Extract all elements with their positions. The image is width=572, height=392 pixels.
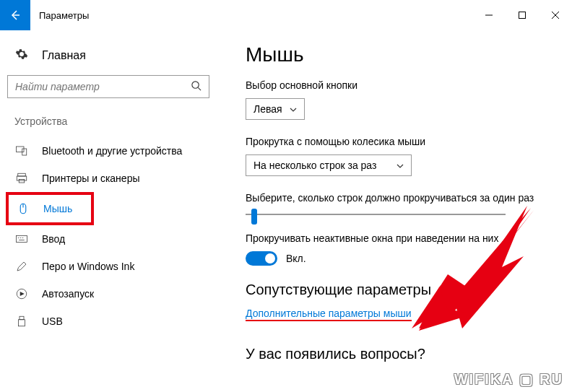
minimize-button[interactable] [472, 4, 506, 27]
mouse-icon [16, 202, 30, 215]
chevron-down-icon [290, 105, 297, 113]
sidebar-item-label: Bluetooth и другие устройства [42, 145, 182, 157]
svg-rect-13 [17, 236, 27, 243]
sidebar-item-label: Автозапуск [42, 288, 94, 300]
chevron-down-icon [396, 162, 404, 170]
sidebar-item-label: Ввод [42, 233, 65, 245]
page-title: Мышь [246, 43, 555, 66]
printer-icon [14, 172, 29, 185]
sidebar-item-mouse[interactable]: Мышь [9, 195, 91, 222]
keyboard-icon [14, 232, 29, 245]
sidebar-item-bluetooth[interactable]: Bluetooth и другие устройства [7, 137, 209, 165]
svg-rect-19 [20, 316, 24, 320]
svg-rect-8 [18, 173, 26, 176]
svg-rect-9 [17, 176, 27, 180]
inactive-scroll-toggle[interactable] [246, 251, 277, 266]
main-panel: Мышь Выбор основной кнопки Левая Прокрут… [217, 38, 572, 371]
feedback-heading: У вас появились вопросы? [246, 346, 555, 362]
scroll-wheel-select[interactable]: На несколько строк за раз [246, 154, 412, 176]
maximize-button[interactable] [506, 4, 539, 27]
gear-icon [14, 48, 29, 64]
primary-button-value: Левая [254, 103, 282, 115]
lines-label: Выберите, сколько строк должно прокручив… [246, 192, 555, 204]
back-button[interactable] [0, 0, 30, 30]
scroll-wheel-value: На несколько строк за раз [254, 160, 376, 171]
additional-mouse-settings-link[interactable]: Дополнительные параметры мыши [246, 308, 412, 321]
search-icon [191, 80, 202, 94]
usb-icon [14, 315, 29, 328]
watermark: WIFIKA ▢ RU [454, 370, 563, 388]
highlight-box-mouse: Мышь [6, 192, 94, 225]
toggle-knob [265, 253, 275, 263]
close-button[interactable] [539, 4, 572, 27]
related-heading: Сопутствующие параметры [246, 282, 555, 298]
sidebar-home[interactable]: Главная [7, 43, 209, 68]
search-input[interactable] [7, 75, 209, 98]
lines-slider[interactable] [246, 214, 506, 215]
pen-icon [14, 260, 29, 273]
devices-icon [14, 144, 29, 157]
slider-thumb[interactable] [251, 209, 257, 225]
autoplay-icon [14, 287, 29, 300]
sidebar-item-pen[interactable]: Перо и Windows Ink [7, 253, 209, 280]
svg-rect-1 [519, 12, 526, 19]
sidebar-item-autoplay[interactable]: Автозапуск [7, 280, 209, 308]
scroll-wheel-label: Прокрутка с помощью колесика мыши [246, 136, 555, 147]
search-field[interactable] [15, 81, 191, 92]
inactive-scroll-label: Прокручивать неактивные окна при наведен… [246, 232, 555, 244]
svg-point-4 [192, 81, 199, 87]
sidebar-item-usb[interactable]: USB [7, 308, 209, 335]
sidebar-item-typing[interactable]: Ввод [7, 225, 209, 253]
svg-rect-10 [19, 180, 25, 183]
sidebar-item-label: Принтеры и сканеры [42, 173, 139, 184]
sidebar-item-label: Мышь [43, 203, 72, 214]
sidebar-home-label: Главная [42, 49, 86, 62]
svg-rect-20 [19, 320, 25, 326]
sidebar: Главная Устройства Bluetooth и другие ус… [0, 38, 217, 371]
sidebar-item-label: USB [42, 315, 63, 327]
toggle-state-label: Вкл. [286, 253, 306, 264]
sidebar-category: Устройства [7, 116, 209, 127]
svg-line-5 [198, 87, 201, 90]
svg-rect-6 [17, 147, 25, 152]
sidebar-item-label: Перо и Windows Ink [42, 261, 134, 272]
primary-button-select[interactable]: Левая [246, 98, 305, 120]
window-title: Параметры [39, 10, 89, 21]
sidebar-item-printers[interactable]: Принтеры и сканеры [7, 165, 209, 192]
primary-button-label: Выбор основной кнопки [246, 79, 555, 91]
